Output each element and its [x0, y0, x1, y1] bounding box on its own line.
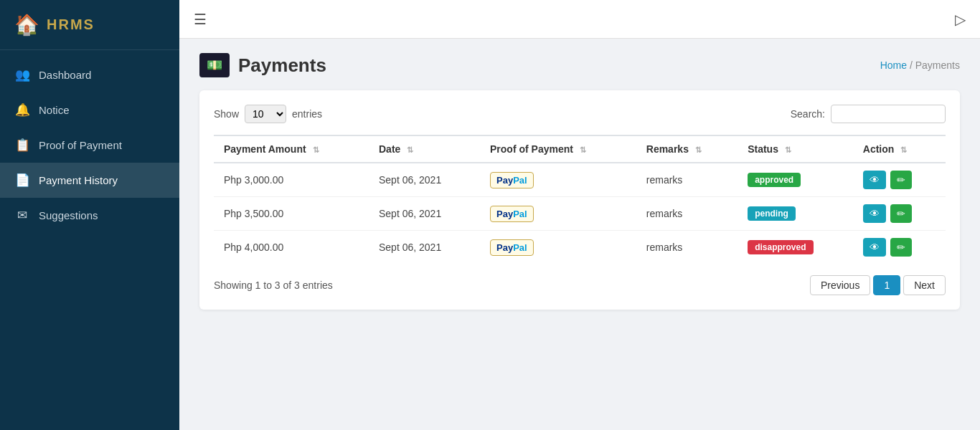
cell-status: pending — [738, 197, 853, 231]
logo-icon: 🏠 — [14, 13, 39, 37]
history-icon: 📄 — [14, 173, 30, 188]
pagination-info: Showing 1 to 3 of 3 entries — [214, 280, 333, 291]
logo: 🏠 HRMS — [0, 0, 179, 50]
page-title: Payments — [238, 54, 326, 77]
cell-status: approved — [738, 163, 853, 197]
action-buttons: 👁 ✏ — [863, 238, 936, 257]
search-label: Search: — [791, 108, 825, 120]
col-action[interactable]: Action ⇅ — [853, 135, 946, 163]
cell-remarks: remarks — [636, 197, 738, 231]
sidebar-nav: 👥 Dashboard 🔔 Notice 📋 Proof of Payment … — [0, 50, 179, 233]
paypal-text-pal: Pal — [513, 209, 527, 219]
paypal-text-pal: Pal — [513, 242, 527, 253]
logo-text: HRMS — [47, 16, 95, 33]
content-area: 💵 Payments Home / Payments Show 10 25 50 — [179, 39, 980, 430]
cell-payment-amount: Php 3,000.00 — [214, 163, 369, 197]
cell-action: 👁 ✏ — [853, 163, 946, 197]
next-button[interactable]: Next — [903, 275, 946, 295]
cell-proof: PayPal — [480, 163, 636, 197]
sort-icon: ⇅ — [580, 145, 586, 155]
col-status[interactable]: Status ⇅ — [738, 135, 853, 163]
status-badge: disapproved — [748, 240, 813, 254]
payments-title-icon: 💵 — [199, 53, 230, 77]
sidebar-item-proof-of-payment[interactable]: 📋 Proof of Payment — [0, 128, 179, 163]
cell-action: 👁 ✏ — [853, 231, 946, 264]
table-row: Php 3,000.00 Sept 06, 2021 PayPal remark… — [214, 163, 946, 197]
paypal-badge: PayPal — [490, 206, 534, 222]
view-button[interactable]: 👁 — [863, 171, 886, 189]
proof-icon: 📋 — [14, 138, 30, 153]
topbar: ☰ ▷ — [179, 0, 980, 39]
pagination-buttons: Previous 1 Next — [810, 275, 946, 295]
suggestions-icon: ✉ — [14, 208, 30, 223]
sort-icon: ⇅ — [900, 145, 907, 155]
view-button[interactable]: 👁 — [863, 238, 886, 257]
cell-date: Sept 06, 2021 — [369, 163, 480, 197]
paypal-text-pal: Pal — [513, 175, 527, 186]
paypal-text-pay: Pay — [496, 209, 513, 219]
col-remarks[interactable]: Remarks ⇅ — [636, 135, 738, 163]
cell-status: disapproved — [738, 231, 853, 264]
table-row: Php 4,000.00 Sept 06, 2021 PayPal remark… — [214, 231, 946, 264]
pagination-row: Showing 1 to 3 of 3 entries Previous 1 N… — [214, 275, 946, 295]
sort-icon: ⇅ — [407, 145, 413, 155]
edit-button[interactable]: ✏ — [890, 204, 912, 223]
sidebar-item-dashboard[interactable]: 👥 Dashboard — [0, 57, 179, 92]
table-controls: Show 10 25 50 100 entries Search: — [214, 105, 946, 123]
paypal-badge: PayPal — [490, 172, 534, 188]
entries-label: entries — [292, 108, 322, 120]
breadcrumb-separator: / — [910, 59, 913, 71]
action-buttons: 👁 ✏ — [863, 171, 936, 189]
logout-icon[interactable]: ▷ — [955, 11, 966, 28]
breadcrumb-home[interactable]: Home — [880, 59, 907, 71]
sidebar-item-label: Payment History — [39, 174, 118, 186]
page-header: 💵 Payments Home / Payments — [199, 53, 960, 77]
cell-date: Sept 06, 2021 — [369, 197, 480, 231]
sidebar-item-label: Proof of Payment — [39, 139, 122, 151]
show-label: Show — [214, 108, 239, 120]
table-row: Php 3,500.00 Sept 06, 2021 PayPal remark… — [214, 197, 946, 231]
payments-table: Payment Amount ⇅ Date ⇅ Proof of Payment… — [214, 135, 946, 264]
paypal-text-pay: Pay — [496, 242, 513, 253]
page-1-button[interactable]: 1 — [873, 275, 900, 295]
edit-button[interactable]: ✏ — [890, 171, 912, 189]
notice-icon: 🔔 — [14, 102, 30, 118]
col-payment-amount[interactable]: Payment Amount ⇅ — [214, 135, 369, 163]
entries-select[interactable]: 10 25 50 100 — [245, 105, 286, 123]
view-button[interactable]: 👁 — [863, 204, 886, 223]
sidebar-item-label: Dashboard — [39, 69, 91, 81]
table-header-row: Payment Amount ⇅ Date ⇅ Proof of Payment… — [214, 135, 946, 163]
main-area: ☰ ▷ 💵 Payments Home / Payments Show — [179, 0, 980, 430]
cell-date: Sept 06, 2021 — [369, 231, 480, 264]
sidebar-item-label: Notice — [39, 104, 70, 116]
breadcrumb-current: Payments — [915, 59, 960, 71]
sidebar: 🏠 HRMS 👥 Dashboard 🔔 Notice 📋 Proof of P… — [0, 0, 179, 430]
paypal-text-pay: Pay — [496, 175, 513, 186]
status-badge: approved — [748, 173, 801, 187]
cell-proof: PayPal — [480, 197, 636, 231]
edit-button[interactable]: ✏ — [890, 238, 912, 257]
sidebar-item-suggestions[interactable]: ✉ Suggestions — [0, 198, 179, 233]
sidebar-item-payment-history[interactable]: 📄 Payment History — [0, 163, 179, 198]
col-proof[interactable]: Proof of Payment ⇅ — [480, 135, 636, 163]
dashboard-icon: 👥 — [14, 67, 30, 82]
col-date[interactable]: Date ⇅ — [369, 135, 480, 163]
search-input[interactable] — [831, 105, 946, 123]
hamburger-icon[interactable]: ☰ — [194, 11, 207, 28]
page-title-row: 💵 Payments — [199, 53, 326, 77]
show-entries: Show 10 25 50 100 entries — [214, 105, 322, 123]
cell-remarks: remarks — [636, 231, 738, 264]
sidebar-item-notice[interactable]: 🔔 Notice — [0, 92, 179, 128]
cell-payment-amount: Php 3,500.00 — [214, 197, 369, 231]
status-badge: pending — [748, 206, 796, 221]
cell-payment-amount: Php 4,000.00 — [214, 231, 369, 264]
payments-card: Show 10 25 50 100 entries Search: — [199, 90, 960, 310]
previous-button[interactable]: Previous — [810, 275, 870, 295]
sort-icon: ⇅ — [695, 145, 702, 155]
table-body: Php 3,000.00 Sept 06, 2021 PayPal remark… — [214, 163, 946, 264]
breadcrumb: Home / Payments — [880, 59, 960, 71]
cell-proof: PayPal — [480, 231, 636, 264]
cell-remarks: remarks — [636, 163, 738, 197]
sort-icon: ⇅ — [785, 145, 791, 155]
sort-icon: ⇅ — [313, 145, 319, 155]
